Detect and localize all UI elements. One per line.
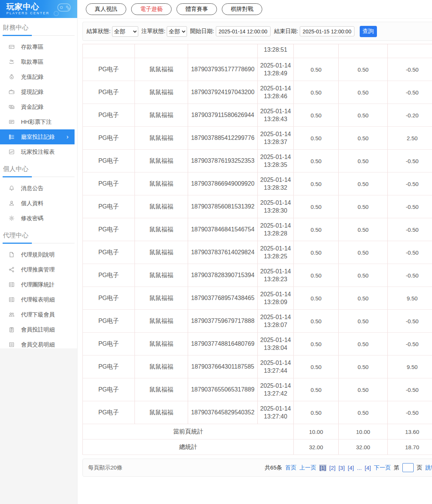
sidebar-item[interactable]: 提現記錄 — [0, 84, 77, 99]
tab-4[interactable]: 棋牌對戰 — [222, 3, 262, 15]
settle-status-select[interactable]: 全部 — [112, 26, 138, 37]
users-icon — [9, 312, 15, 318]
next-page-link[interactable]: 下一页 — [374, 464, 391, 471]
order-status-select[interactable]: 全部 — [167, 26, 187, 37]
start-date-input[interactable] — [216, 26, 271, 36]
sidebar-item[interactable]: 廳室投註記錄› — [0, 129, 75, 144]
cell-profit: -0.50 — [388, 378, 432, 401]
sidebar-item-label: 提現記錄 — [21, 88, 43, 96]
sidebar-item[interactable]: 玩家投注報表 — [0, 144, 77, 159]
page-link-...[interactable]: ... — [357, 465, 362, 471]
page-link-[1][interactable]: [1] — [319, 465, 326, 471]
cell-provider: PG电子 — [83, 378, 135, 401]
cell-profit: -0.50 — [388, 195, 432, 218]
sidebar-item[interactable]: 存款專區 — [0, 39, 77, 54]
sidebar-item[interactable]: 會員交易明細 — [0, 337, 77, 352]
sidebar-item-label: 個人資料 — [21, 200, 43, 207]
sidebar-item[interactable]: 修改密碼 — [0, 211, 77, 226]
cell-time: 13:28:28 — [258, 230, 293, 237]
cell-game: 鼠鼠福福 — [135, 241, 188, 264]
tab-2[interactable]: 電子遊藝 — [131, 3, 172, 15]
cell-valid-bet: 0.50 — [339, 356, 388, 378]
summary-row-total: 總統計 32.00 32.00 18.70 — [83, 440, 432, 455]
end-date-input[interactable] — [300, 26, 354, 36]
table-rows: 13:28:51 PG电子鼠鼠福福18790379351777786902025… — [83, 44, 432, 424]
cell-time: 13:27:40 — [258, 412, 293, 420]
cell-time: 13:28:46 — [258, 92, 293, 100]
sidebar-item[interactable]: HH彩票下注 — [0, 114, 77, 129]
cell-datetime: 2025-01-1413:27:44 — [258, 356, 294, 378]
sidebar-item[interactable]: 資金記錄 — [0, 99, 77, 114]
sidebar-item[interactable]: 消息公告 — [0, 181, 77, 196]
sidebar-footer-area — [0, 348, 78, 504]
cell-datetime: 2025-01-1413:28:32 — [258, 172, 294, 195]
sidebar-item[interactable]: 個人資料 — [0, 196, 77, 211]
jump-page-input[interactable] — [402, 463, 414, 472]
cell-datetime: 2025-01-1413:28:23 — [258, 264, 294, 287]
cell-time: 13:28:37 — [258, 138, 293, 146]
jump-button[interactable]: 跳转 — [425, 464, 432, 471]
cell-bet: 0.50 — [294, 218, 339, 241]
sidebar: 玩家中心 PLAYERS CENTER 財務中心存款專區取款專區充值記錄提現記錄… — [0, 0, 78, 348]
cell-valid-bet: 0.50 — [339, 172, 388, 195]
table-row: PG电子鼠鼠福福18790378854122997762025-01-1413:… — [83, 127, 432, 150]
cell-order-no: 1879037655065317889 — [188, 378, 258, 401]
sidebar-item[interactable]: 代理報表明細 — [0, 292, 77, 307]
cell-date: 2025-01-14 — [258, 336, 293, 344]
tab-1[interactable]: 真人視訊 — [86, 3, 126, 15]
table-row: PG电子鼠鼠福福18790378669490099202025-01-1413:… — [83, 172, 432, 195]
bell-icon — [9, 185, 15, 191]
sidebar-section-title: 代理中心 — [3, 230, 75, 243]
cell-profit: -0.50 — [388, 172, 432, 195]
sidebar-item[interactable]: 充值記錄 — [0, 69, 77, 84]
sidebar-item[interactable]: 代理推廣管理 — [0, 262, 77, 277]
cell-provider: PG电子 — [83, 333, 135, 356]
cell-datetime: 2025-01-1413:28:25 — [258, 241, 294, 264]
cell-provider: PG电子 — [83, 150, 135, 172]
cell-date: 2025-01-14 — [258, 199, 293, 207]
cell-date: 2025-01-14 — [258, 290, 293, 298]
search-button[interactable]: 查詢 — [360, 26, 377, 37]
cell-provider: PG电子 — [83, 287, 135, 310]
cell-time: 13:28:07 — [258, 321, 293, 329]
cell-date: 2025-01-14 — [258, 359, 293, 367]
cell-profit — [388, 44, 432, 58]
prev-page-link[interactable]: 上一页 — [299, 464, 316, 471]
cell-valid-bet: 0.50 — [339, 264, 388, 287]
sidebar-item-label: 代理報表明細 — [21, 296, 55, 303]
game-category-tabs: 真人視訊電子遊藝體育賽事棋牌對戰 — [78, 0, 432, 19]
jump-prefix-label: 第 — [394, 464, 399, 471]
sidebar-nav: 財務中心存款專區取款專區充值記錄提現記錄資金記錄HH彩票下注廳室投註記錄›玩家投… — [0, 22, 77, 352]
page-link-[2][interactable]: [2] — [329, 465, 336, 471]
page-link-[4][interactable]: [4] — [365, 465, 371, 471]
sidebar-item[interactable]: 會員投註明細 — [0, 322, 77, 337]
cell-bet: 0.50 — [294, 287, 339, 310]
page-link-[3][interactable]: [3] — [338, 465, 345, 471]
first-page-link[interactable]: 首页 — [285, 464, 296, 471]
cell-provider: PG电子 — [83, 195, 135, 218]
cell-provider: PG电子 — [83, 356, 135, 378]
cell-bet: 0.50 — [294, 401, 339, 424]
sidebar-item[interactable]: 代理下級會員 — [0, 307, 77, 322]
sidebar-section-items: 消息公告個人資料修改密碼 — [0, 181, 77, 226]
cell-provider: PG电子 — [83, 58, 135, 81]
cell-game: 鼠鼠福福 — [135, 58, 188, 81]
sidebar-item[interactable]: 代理團隊統計 — [0, 277, 77, 292]
cell-bet: 0.50 — [294, 333, 339, 356]
cell-date: 2025-01-14 — [258, 107, 293, 115]
table-summary: 當前頁統計 10.00 10.00 13.60 總統計 32.00 32.00 … — [83, 424, 432, 455]
cell-game: 鼠鼠福福 — [135, 287, 188, 310]
cell-bet — [294, 44, 339, 58]
cell-order-no: 1879037828390715394 — [188, 264, 258, 287]
sidebar-item[interactable]: 代理規則說明 — [0, 247, 77, 262]
sidebar-item[interactable]: 取款專區 — [0, 54, 77, 69]
tab-3[interactable]: 體育賽事 — [176, 3, 217, 15]
page-link-[4][interactable]: [4] — [348, 465, 354, 471]
cell-bet: 0.50 — [294, 127, 339, 150]
cell-game: 鼠鼠福福 — [135, 104, 188, 127]
pagination-bar: 每頁顯示20條 共65条 首页 上一页 [1][2][3][4]...[4] 下… — [82, 459, 432, 477]
cell-provider: PG电子 — [83, 81, 135, 104]
order-status-label: 注單狀態: — [141, 28, 165, 35]
document-icon — [9, 252, 15, 258]
hand-coins-icon — [9, 59, 15, 65]
